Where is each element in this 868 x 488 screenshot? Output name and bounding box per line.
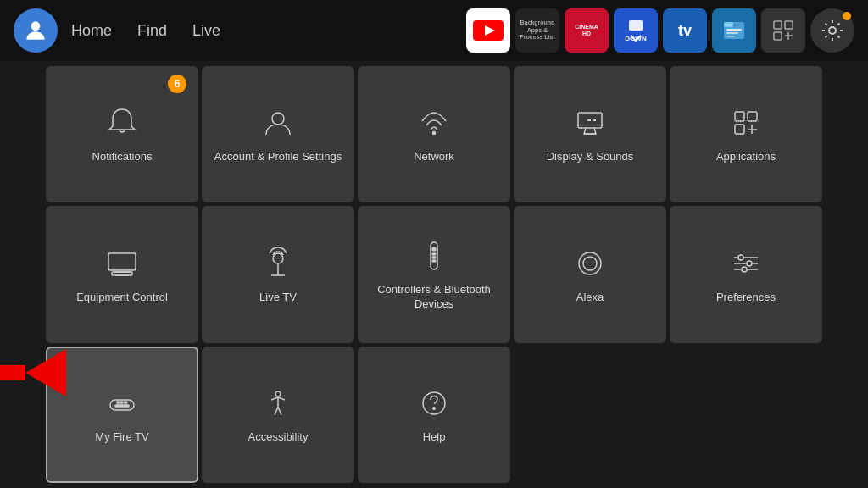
- my-fire-tv-label: My Fire TV: [88, 430, 155, 445]
- applications-label: Applications: [709, 150, 782, 164]
- app-files[interactable]: [712, 8, 756, 53]
- antenna-icon: [259, 245, 297, 282]
- nav-home[interactable]: Home: [71, 22, 112, 40]
- svg-point-43: [747, 261, 752, 266]
- svg-rect-21: [748, 112, 757, 121]
- svg-rect-7: [724, 22, 733, 27]
- app-cinema[interactable]: CINEMAHD: [565, 8, 609, 53]
- app-grid-icon[interactable]: [761, 8, 805, 53]
- avatar[interactable]: [14, 8, 58, 53]
- grid-item-accessibility[interactable]: Accessibility: [202, 347, 354, 483]
- equipment-label: Equipment Control: [70, 291, 175, 305]
- monitor-icon: [103, 245, 141, 282]
- svg-point-0: [31, 21, 41, 30]
- notifications-label: Notifications: [86, 150, 159, 164]
- svg-rect-46: [117, 402, 120, 403]
- nav-links: Home Find Live: [71, 22, 220, 40]
- svg-point-18: [433, 132, 436, 135]
- app-background[interactable]: BackgroundApps &Process List: [515, 8, 559, 53]
- grid-item-display-sounds[interactable]: Display & Sounds: [514, 66, 666, 202]
- grid-item-help[interactable]: Help: [358, 347, 510, 483]
- settings-button[interactable]: [810, 8, 854, 53]
- display-icon: [571, 104, 609, 141]
- preferences-label: Preferences: [709, 291, 782, 305]
- svg-point-44: [742, 267, 747, 272]
- svg-rect-34: [432, 253, 436, 255]
- live-tv-label: Live TV: [253, 291, 303, 305]
- top-nav: Home Find Live BackgroundApps &Process L…: [0, 0, 868, 61]
- app-downloader[interactable]: DOWN: [614, 8, 658, 53]
- svg-rect-13: [774, 32, 782, 40]
- display-sounds-label: Display & Sounds: [540, 150, 641, 164]
- account-label: Account & Profile Settings: [208, 150, 348, 164]
- arrow-head: [25, 349, 66, 396]
- grid-item-empty1: [514, 347, 666, 483]
- svg-point-29: [273, 253, 283, 263]
- selection-arrow: [0, 349, 66, 396]
- svg-rect-11: [774, 21, 782, 29]
- wifi-icon: [415, 104, 453, 141]
- arrow-body: [0, 365, 25, 380]
- remote-icon: [415, 237, 453, 274]
- settings-grid: 6 Notifications Account & Profile Settin…: [0, 61, 868, 488]
- svg-rect-36: [432, 260, 436, 262]
- svg-rect-49: [115, 405, 129, 407]
- nav-find[interactable]: Find: [137, 22, 167, 40]
- help-icon: [415, 385, 453, 422]
- svg-point-37: [579, 252, 601, 274]
- svg-rect-35: [432, 257, 436, 258]
- nav-apps: BackgroundApps &Process List CINEMAHD DO…: [466, 8, 805, 53]
- help-label: Help: [416, 430, 453, 445]
- settings-notification-dot: [843, 12, 851, 20]
- svg-rect-4: [629, 20, 643, 30]
- firetv-icon: [103, 385, 141, 422]
- grid-item-alexa[interactable]: Alexa: [514, 206, 666, 342]
- user-icon: [259, 104, 297, 141]
- svg-point-17: [272, 113, 284, 125]
- svg-rect-47: [120, 402, 123, 403]
- svg-rect-12: [785, 21, 793, 29]
- svg-point-50: [275, 391, 281, 396]
- grid-item-preferences[interactable]: Preferences: [670, 206, 822, 342]
- controllers-label: Controllers & Bluetooth Devices: [358, 283, 510, 312]
- accessibility-icon: [259, 385, 297, 422]
- grid-item-equipment[interactable]: Equipment Control: [46, 206, 198, 342]
- app-tv[interactable]: tv: [663, 8, 707, 53]
- sliders-icon: [727, 245, 765, 282]
- grid-item-network[interactable]: Network: [358, 66, 510, 202]
- alexa-icon: [571, 245, 609, 282]
- grid-item-live-tv[interactable]: Live TV: [202, 206, 354, 342]
- apps-icon: [727, 104, 765, 141]
- nav-live[interactable]: Live: [192, 22, 220, 40]
- svg-point-16: [829, 27, 836, 34]
- svg-point-53: [433, 408, 435, 409]
- grid-item-applications[interactable]: Applications: [670, 66, 822, 202]
- grid-item-empty2: [670, 347, 822, 483]
- notification-badge: 6: [168, 75, 186, 93]
- grid-item-notifications[interactable]: 6 Notifications: [46, 66, 198, 202]
- network-label: Network: [407, 150, 461, 164]
- grid-item-account[interactable]: Account & Profile Settings: [202, 66, 354, 202]
- app-youtube[interactable]: [466, 8, 510, 53]
- svg-point-42: [738, 255, 743, 260]
- svg-rect-8: [726, 29, 742, 30]
- grid-item-controllers[interactable]: Controllers & Bluetooth Devices: [358, 206, 510, 342]
- svg-rect-48: [124, 402, 127, 403]
- svg-rect-10: [726, 36, 735, 37]
- alexa-label: Alexa: [570, 291, 611, 305]
- svg-rect-22: [735, 125, 744, 134]
- svg-point-33: [432, 247, 436, 251]
- grid-item-my-fire-tv[interactable]: My Fire TV: [46, 347, 198, 483]
- svg-rect-20: [735, 112, 744, 121]
- accessibility-label: Accessibility: [242, 430, 315, 445]
- svg-point-38: [583, 257, 597, 270]
- svg-rect-32: [431, 242, 437, 269]
- bell-icon: [103, 104, 141, 141]
- svg-rect-9: [726, 32, 738, 34]
- svg-rect-25: [108, 253, 136, 270]
